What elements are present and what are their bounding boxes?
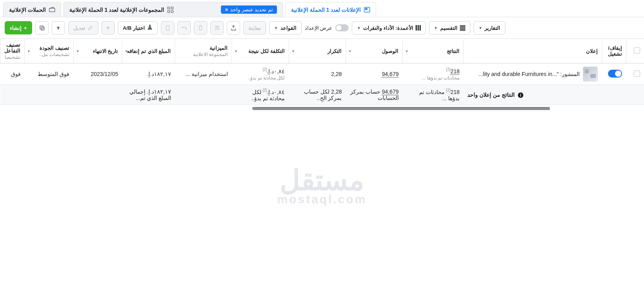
cell-engagement: فوق	[0, 63, 25, 85]
selection-chip[interactable]: تم تحديد عنصر واحد ×	[221, 5, 277, 14]
col-quality[interactable]: تصنيف الجودةتشخيصات مل..▾	[25, 39, 74, 63]
columns-icon	[416, 25, 421, 31]
undo-button[interactable]	[177, 21, 191, 34]
edit-more-caret[interactable]: ▼	[101, 21, 115, 34]
sort-icon[interactable]: ▾	[77, 49, 79, 53]
svg-rect-1	[168, 7, 170, 9]
view-setup-label: عرض الإعداد	[305, 25, 333, 31]
grid-icon	[167, 7, 174, 13]
tabs-bar: الحملات الإعلانية المجموعات الإعلانية لع…	[0, 0, 644, 17]
people-button[interactable]	[210, 21, 224, 34]
footer-frequency: 2,28 لكل حساب بمركز الح..	[289, 85, 346, 105]
col-checkbox[interactable]	[626, 39, 644, 63]
sort-icon[interactable]: ▾	[406, 49, 408, 53]
create-more-caret[interactable]: ▼	[52, 21, 65, 34]
caret-down-icon: ▼	[357, 26, 361, 30]
trash-button[interactable]	[194, 21, 207, 34]
ads-table: إيقاف/ تشغيل إعلان النتائج▾ الوصول▾ التك…	[0, 39, 644, 105]
selection-chip-text: تم تحديد عنصر واحد	[230, 7, 273, 13]
history-button[interactable]	[161, 21, 174, 34]
pencil-icon	[88, 25, 93, 31]
trash-icon	[197, 25, 204, 31]
sort-icon[interactable]: ▾	[28, 49, 30, 53]
svg-rect-4	[171, 11, 173, 13]
breakdown-button[interactable]: التقسيم ▼	[429, 21, 470, 34]
sort-icon[interactable]: ▾	[292, 49, 294, 53]
duplicate-button[interactable]	[35, 21, 49, 34]
svg-rect-0	[49, 8, 55, 12]
cell-budget: استخدام ميزانية ...	[175, 63, 232, 85]
checkbox-all[interactable]	[634, 47, 640, 54]
footer-reach: 94,679 حساب بمركز الحسابات	[346, 85, 402, 105]
footer-label-cell: i النتائج من إعلان واحد	[463, 85, 602, 105]
svg-rect-8	[41, 27, 44, 30]
cell-spent: ١٨٢,١٧د.إ.	[122, 63, 175, 85]
row-checkbox[interactable]	[634, 70, 640, 77]
caret-down-icon: ▼	[105, 25, 110, 31]
ab-test-button[interactable]: اختبار A/B	[118, 21, 158, 34]
watermark: مستقل mostaql.com	[277, 166, 367, 206]
footer-spent: ١٨٢,١٧د.إ. إجمالي المبلغ الذي تم...	[122, 85, 175, 105]
preview-button[interactable]: معاينة	[243, 21, 266, 34]
cell-results: 218[2] محادثات تم بدؤها ...	[403, 63, 464, 85]
caret-down-icon: ▼	[434, 26, 438, 30]
col-engagement[interactable]: تصنيف التفاعلتشخيصا	[0, 39, 25, 63]
col-frequency[interactable]: التكرار▾	[289, 39, 346, 63]
edit-button[interactable]: تعديل	[68, 21, 98, 34]
reports-button[interactable]: التقارير ▼	[474, 21, 506, 34]
caret-down-icon: ▼	[274, 26, 278, 30]
sort-icon[interactable]: ▾	[125, 49, 127, 53]
close-icon[interactable]: ×	[225, 7, 228, 13]
sort-icon[interactable]: ▾	[349, 49, 351, 53]
columns-button[interactable]: الأعمدة: الأداء والنقرات ▼	[352, 21, 425, 34]
col-spent[interactable]: المبلغ الذي تم إنفاقه▾	[122, 39, 175, 63]
cell-reach: 94,679	[346, 63, 402, 85]
export-icon	[230, 25, 237, 31]
row-toggle[interactable]	[608, 70, 622, 78]
tab-ads-label: الإعلانات لعدد 1 الحملة الإعلانية	[291, 7, 361, 13]
ad-cell[interactable]: المنشور: "...lity and durable Furnitures…	[467, 67, 598, 81]
plus-icon: +	[24, 25, 27, 31]
tab-campaigns-label: الحملات الإعلانية	[9, 7, 46, 13]
tab-ads[interactable]: الإعلانات لعدد 1 الحملة الإعلانية	[285, 2, 376, 17]
create-button[interactable]: + إنشاء	[5, 21, 32, 34]
rules-button[interactable]: القواعد ▼	[269, 21, 302, 34]
svg-point-10	[215, 26, 217, 27]
view-setup-toggle[interactable]	[335, 24, 349, 31]
footer-results: 218[2] محادثات تم بدؤها ...	[403, 85, 464, 105]
tab-adsets-label: المجموعات الإعلانية لعدد 1 الحملة الإعلا…	[69, 7, 164, 13]
svg-rect-6	[365, 8, 367, 10]
caret-down-icon: ▼	[479, 26, 483, 30]
svg-rect-9	[166, 25, 169, 30]
ad-title: المنشور: "...lity and durable Furnitures…	[478, 71, 580, 77]
cell-end: 2023/12/05	[73, 63, 122, 85]
col-results[interactable]: النتائج▾	[403, 39, 464, 63]
svg-rect-2	[171, 7, 173, 9]
clipboard-icon	[165, 25, 171, 31]
col-end[interactable]: تاريخ الانتهاء▾	[73, 39, 122, 63]
scrollbar-thumb[interactable]	[252, 107, 550, 110]
horizontal-scrollbar[interactable]	[0, 107, 644, 110]
reports-label: التقارير	[485, 25, 500, 31]
breakdown-label: التقسيم	[440, 25, 458, 31]
ad-thumbnail	[583, 67, 598, 81]
cell-cost: ٠,٨٤د.إ.[2] لكل محادثة تم بدؤ..	[232, 63, 289, 85]
edit-label: تعديل	[73, 25, 85, 31]
info-icon[interactable]: i	[518, 92, 523, 98]
undo-icon	[181, 25, 187, 31]
col-budget[interactable]: الميزانيةالمجموعة الاعلانية	[175, 39, 232, 63]
sort-icon[interactable]: ▾	[235, 49, 237, 53]
table-row[interactable]: المنشور: "...lity and durable Furnitures…	[0, 63, 644, 85]
svg-rect-7	[40, 26, 43, 29]
col-ad[interactable]: إعلان	[463, 39, 602, 63]
tab-adsets[interactable]: المجموعات الإعلانية لعدد 1 الحملة الإعلا…	[63, 2, 283, 17]
export-button[interactable]	[227, 21, 240, 34]
svg-point-11	[217, 26, 219, 27]
col-cost[interactable]: التكلفة لكل نتيجة▾	[232, 39, 289, 63]
col-reach[interactable]: الوصول▾	[346, 39, 402, 63]
cell-frequency: 2,28	[289, 63, 346, 85]
rules-label: القواعد	[280, 25, 297, 31]
preview-label: معاينة	[248, 25, 261, 31]
toolbar: + إنشاء ▼ تعديل ▼ اختبار A/B معاينة القو…	[0, 17, 644, 39]
tab-campaigns[interactable]: الحملات الإعلانية	[3, 2, 61, 17]
